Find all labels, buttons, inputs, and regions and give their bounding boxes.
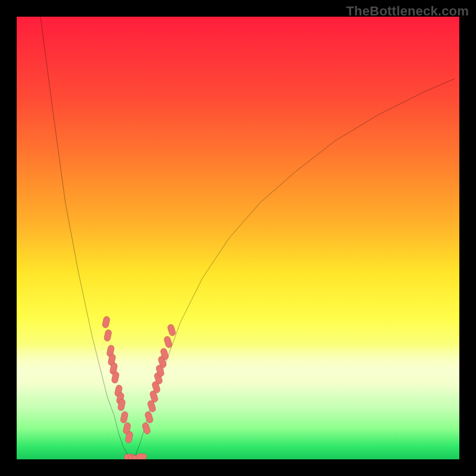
data-marker — [104, 329, 112, 342]
curve-right — [134, 79, 455, 459]
data-marker — [136, 453, 147, 459]
data-marker — [164, 336, 173, 349]
curve-svg — [17, 17, 459, 459]
plot-area — [17, 17, 459, 459]
data-marker — [167, 324, 176, 337]
data-marker — [102, 316, 110, 328]
data-marker — [145, 411, 154, 424]
chart-frame: TheBottleneck.com — [0, 0, 476, 476]
data-marker — [120, 411, 129, 424]
